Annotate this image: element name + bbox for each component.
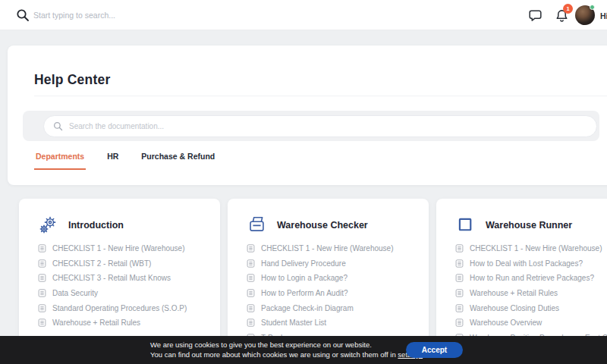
card-list: CHECKLIST 1 - New Hire (Warehouse) CHECK… [38,241,212,331]
doc-label: Hand Delivery Procedure [261,259,346,268]
doc-icon [455,304,464,312]
divider [34,96,607,96]
doc-icon [247,244,255,253]
doc-icon [247,289,255,297]
doc-icon [247,318,255,327]
doc-link[interactable]: CHECKLIST 1 - New Hire (Warehouse) [247,241,421,256]
doc-icon [38,274,46,282]
gears-icon [38,215,58,235]
doc-link[interactable]: CHECKLIST 1 - New Hire (Warehouse) [38,241,212,256]
doc-link[interactable]: CHECKLIST 2 - Retail (WBT) [38,256,212,271]
doc-link[interactable]: How to Deal with Lost Packages? [455,256,607,271]
square-icon [455,215,476,235]
notifications-button[interactable]: 1 [555,7,573,25]
search-icon [53,121,63,131]
doc-icon [247,274,255,282]
page-title: Help Center [34,72,110,88]
doc-link[interactable]: Warehouse + Retail Rules [38,315,212,331]
doc-label: How to Perform An Audit? [261,289,348,297]
doc-icon [455,244,464,253]
tab-label: HR [107,152,118,161]
tabs: Departments HR Purchase & Refund [34,149,216,170]
tab-label: Departments [36,152,84,161]
doc-icon [38,304,46,312]
accept-cookies-button[interactable]: Accept [406,342,463,358]
doc-icon [455,274,464,282]
doc-link[interactable]: How to Login a Package? [247,271,421,286]
doc-link[interactable]: Data Security [38,286,212,301]
doc-icon [247,304,255,312]
doc-icon [38,259,46,268]
cookie-line1: We are using cookies to give you the bes… [150,340,425,350]
doc-link[interactable]: Package Check-in Diagram [247,300,421,315]
notification-badge: 1 [563,4,573,14]
doc-link[interactable]: Warehouse + Retail Rules [455,286,607,301]
doc-icon [247,259,255,268]
search-icon [16,8,30,22]
doc-link[interactable]: Hand Delivery Procedure [247,256,421,271]
tab-departments[interactable]: Departments [34,149,86,170]
doc-label: Warehouse Overview [470,318,542,327]
doc-link[interactable]: How to Run and Retrieve Packages? [455,271,607,286]
printer-icon [247,215,267,235]
card-introduction: Introduction CHECKLIST 1 - New Hire (War… [19,199,220,350]
card-header: Warehouse Checker [247,215,368,235]
user-greeting: Hi, [600,11,607,20]
card-header: Warehouse Runner [455,215,572,235]
card-title: Warehouse Runner [486,220,572,231]
tab-label: Purchase & Refund [141,152,215,161]
doc-label: CHECKLIST 1 - New Hire (Warehouse) [261,244,394,253]
chat-icon[interactable] [528,8,543,23]
topbar: 1 Hi, [0,0,607,30]
doc-label: Warehouse + Retail Rules [52,318,140,327]
doc-label: Warehouse + Retail Rules [470,289,558,297]
doc-label: CHECKLIST 3 - Retail Must Knows [52,274,171,282]
doc-icon [455,318,464,327]
doc-label: Data Security [52,289,98,297]
avatar[interactable] [575,5,595,25]
doc-label: How to Login a Package? [261,274,348,282]
doc-search-input[interactable] [69,116,596,136]
doc-label: CHECKLIST 1 - New Hire (Warehouse) [470,244,602,253]
doc-icon [38,244,46,253]
cookie-message: We are using cookies to give you the bes… [150,340,425,359]
global-search-input[interactable] [33,0,337,30]
doc-label: Student Master List [261,318,326,327]
doc-label: Warehouse Closing Duties [470,304,559,312]
card-warehouse-runner: Warehouse Runner CHECKLIST 1 - New Hire … [436,199,607,350]
tab-hr[interactable]: HR [105,149,120,170]
tab-purchase-refund[interactable]: Purchase & Refund [140,149,216,170]
card-title: Warehouse Checker [277,220,368,231]
doc-label: CHECKLIST 2 - Retail (WBT) [52,259,151,268]
doc-icon [38,318,46,327]
card-warehouse-checker: Warehouse Checker CHECKLIST 1 - New Hire… [228,199,429,350]
doc-link[interactable]: CHECKLIST 3 - Retail Must Knows [38,271,212,286]
doc-link[interactable]: Standard Operating Procedures (S.O.P) [38,300,212,315]
card-list: CHECKLIST 1 - New Hire (Warehouse) Hand … [247,241,421,345]
doc-link[interactable]: Warehouse Overview [455,315,607,331]
doc-link[interactable]: Warehouse Closing Duties [455,300,607,315]
card-header: Introduction [38,215,124,235]
doc-label: How to Deal with Lost Packages? [470,259,583,268]
cookie-banner: We are using cookies to give you the bes… [0,336,607,364]
doc-search-box[interactable] [43,115,597,137]
doc-icon [455,289,464,297]
doc-label: CHECKLIST 1 - New Hire (Warehouse) [52,244,185,253]
card-list: CHECKLIST 1 - New Hire (Warehouse) How t… [455,241,607,345]
doc-icon [38,289,46,297]
cookie-line2: You can find out more about which cookie… [150,350,425,360]
doc-search-band [23,111,599,141]
doc-link[interactable]: Student Master List [247,315,421,331]
card-title: Introduction [68,220,124,231]
doc-label: Package Check-in Diagram [261,304,354,312]
online-status-dot [590,5,595,10]
doc-link[interactable]: CHECKLIST 1 - New Hire (Warehouse) [455,241,607,256]
help-center-panel: Help Center Departments HR Purchase & Re… [8,46,607,185]
doc-label: How to Run and Retrieve Packages? [470,274,594,282]
doc-link[interactable]: How to Perform An Audit? [247,286,421,301]
doc-label: Standard Operating Procedures (S.O.P) [52,304,187,312]
doc-icon [455,259,464,268]
